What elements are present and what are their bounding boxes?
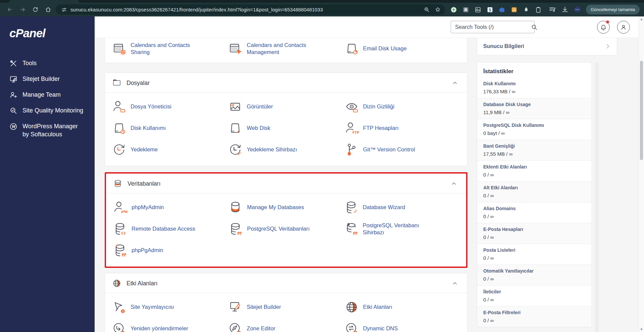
back-icon[interactable] (5, 5, 15, 15)
feature-link[interactable]: Database Wizard (344, 199, 459, 216)
cpanel-logo: cPanel (0, 16, 95, 40)
stat-label: Otomatik Yanıtlayıcılar (483, 268, 586, 274)
scroll-up-icon[interactable]: ▲ (639, 16, 644, 22)
tab-strip (0, 0, 644, 3)
server-info-card[interactable]: Sunucu Bilgileri (477, 38, 617, 55)
section-title: Etki Alanları (127, 280, 157, 287)
extension-green-plus-icon[interactable] (450, 6, 457, 13)
feature-label: phpPgAdmin (132, 247, 163, 254)
feature-link[interactable]: Site Yayımlayıcısı (112, 298, 228, 316)
wordpress-icon: W (9, 123, 17, 131)
profile-avatar-icon[interactable] (574, 6, 581, 13)
feature-link[interactable]: Sitejet Builder (228, 298, 344, 316)
feature-link[interactable]: Manage My Databases (228, 199, 344, 216)
extension-puzzle-icon[interactable] (498, 6, 506, 13)
stat-row: Disk Kullanımı176,33 MB / ∞ (477, 78, 592, 98)
sidebar-item-wordpress[interactable]: WWordPress Manager by Softaculous (0, 118, 95, 142)
server-info-label: Sunucu Bilgileri (483, 43, 524, 49)
reload-icon[interactable] (30, 5, 40, 15)
feature-link[interactable]: Etki Alanları (344, 298, 460, 316)
extension-orange-dots-icon[interactable] (510, 6, 518, 13)
feature-link[interactable]: Calendars and Contacts Management (228, 40, 344, 57)
sidebar-nav: ToolsSitejet BuilderManage TeamSite Qual… (0, 55, 95, 142)
section-files-grid: Dosya YöneticisiGörüntülerDizin Gizliliğ… (105, 93, 467, 166)
feature-link[interactable]: Email Disk Usage (344, 40, 460, 57)
feature-link[interactable]: PostgreSQL Veritabanı Sihirbazı (344, 220, 459, 238)
right-sidebar: Sunucu Bilgileri İstatistikler Disk Kull… (477, 38, 621, 332)
stat-value: 11,9 MB / ∞ (483, 109, 586, 115)
feature-link[interactable]: Dizin Gizliliği (344, 98, 460, 115)
collapse-section-button[interactable] (450, 279, 459, 288)
cpanel-header (95, 16, 639, 38)
feature-link[interactable]: Disk Kullanımı (112, 120, 228, 137)
feature-link[interactable]: phpphpMyAdmin (113, 199, 228, 216)
stat-label: PostgreSQL Disk Kullanımı (483, 123, 586, 128)
feature-link[interactable]: Git™ Version Control (344, 141, 460, 158)
extension-leaf-icon[interactable] (522, 6, 530, 13)
extension-letter-s-icon[interactable]: S (486, 6, 494, 13)
stat-value: 0 / ∞ (483, 214, 586, 219)
stat-label: Alias Domains (483, 206, 586, 211)
finish-update-button[interactable]: Güncellemeyi tamamla (586, 5, 640, 14)
db-pg-wand-icon (344, 222, 359, 236)
feature-link[interactable]: Calendars and Contacts Sharing (112, 40, 228, 57)
stat-value: 0 / ∞ (483, 255, 586, 261)
scroll-down-icon[interactable]: ▼ (639, 327, 644, 332)
extension-clipboard-icon[interactable] (534, 6, 542, 13)
site-quality-icon (9, 107, 17, 115)
feature-link[interactable]: Görüntüler (228, 98, 344, 115)
stats-scrollbar[interactable] (595, 62, 599, 332)
extension-photo-icon[interactable] (474, 6, 482, 13)
stat-row: Eklenti Etki Alanları0 / ∞ (477, 160, 592, 181)
site-info-icon[interactable] (61, 7, 67, 13)
image-icon (228, 99, 243, 114)
sidebar-item-tools[interactable]: Tools (0, 55, 95, 71)
feature-link[interactable]: Dosya Yöneticisi (112, 98, 228, 115)
collapse-section-button[interactable] (450, 79, 459, 87)
collapse-section-button[interactable] (449, 179, 458, 188)
sidebar-item-label: Tools (22, 59, 37, 67)
feature-link[interactable]: FTPFTP Hesapları (344, 120, 460, 137)
media-queue-icon[interactable] (549, 6, 556, 13)
calendar-gear-icon (112, 41, 127, 56)
search-input[interactable] (451, 24, 531, 30)
zoom-icon[interactable] (424, 6, 430, 13)
home-icon[interactable] (43, 5, 53, 15)
sidebar-item-manage-team[interactable]: Manage Team (0, 87, 95, 103)
notifications-bell-button[interactable] (597, 21, 610, 34)
stat-value: 0 / ∞ (483, 172, 586, 178)
user-account-button[interactable] (617, 21, 630, 34)
forward-icon[interactable] (17, 5, 28, 15)
feature-label: Yedekleme Sihirbazı (247, 146, 297, 153)
sidebar-item-site-quality[interactable]: Site Quality Monitoring (0, 103, 95, 118)
feature-link[interactable]: phpPgAdmin (113, 242, 228, 259)
feature-link[interactable]: Dynamic DNS (344, 320, 460, 332)
stat-row: Alt Etki Alanları0 / ∞ (477, 181, 592, 202)
feature-link[interactable]: Web Disk (228, 120, 344, 137)
stat-label: Posta Listeleri (483, 247, 586, 253)
url-text[interactable]: sunucu.ekasunucu.com:2083/cpsess36262674… (70, 7, 419, 12)
bookmark-star-icon[interactable] (435, 6, 441, 13)
browser-menu-icon[interactable] (642, 5, 644, 14)
feature-link[interactable]: Yedekleme Sihirbazı (228, 141, 344, 158)
stat-label: Database Disk Usage (483, 102, 586, 107)
feature-link[interactable]: PostgreSQL Veritabanları (228, 220, 344, 238)
extension-letter-r-icon[interactable]: R (462, 6, 469, 13)
page-scrollbar[interactable]: ▲ ▼ (639, 16, 644, 332)
disk-clock-icon (112, 121, 127, 136)
feature-link[interactable]: Yeniden yönlendirmeler (112, 320, 228, 332)
feature-label: Site Yayımlayıcısı (131, 303, 174, 311)
db-pg-admin-icon (113, 243, 128, 258)
feature-label: Görüntüler (247, 103, 273, 110)
utility-row (549, 6, 581, 13)
feature-link[interactable]: Zone Editor (228, 320, 344, 332)
browser-tab[interactable] (9, 0, 79, 3)
stat-row: Database Disk Usage11,9 MB / ∞ (477, 98, 592, 119)
feature-link[interactable]: Remote Database Access (113, 220, 228, 238)
downloads-icon[interactable] (561, 6, 569, 13)
sidebar-item-sitejet[interactable]: Sitejet Builder (0, 71, 95, 87)
scrollbar-thumb[interactable] (640, 61, 643, 160)
search-icon[interactable] (531, 24, 538, 31)
feature-link[interactable]: Yedekleme (112, 141, 228, 158)
address-bar[interactable]: sunucu.ekasunucu.com:2083/cpsess36262674… (56, 4, 445, 15)
